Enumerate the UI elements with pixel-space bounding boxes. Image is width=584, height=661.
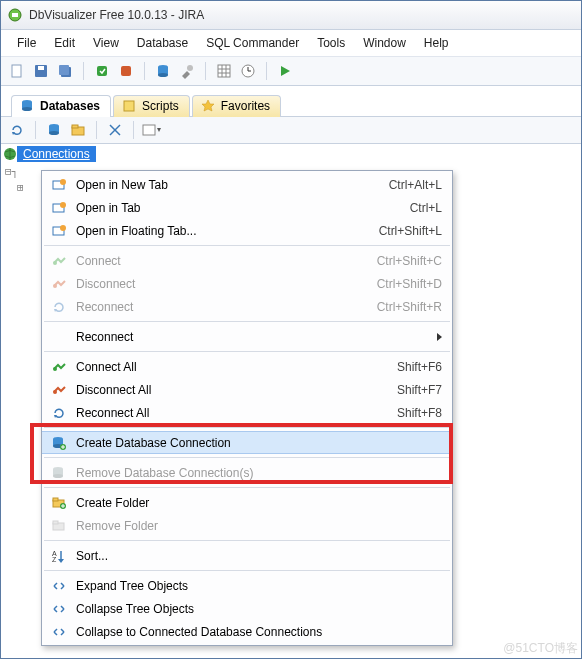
toolbar-clock-icon[interactable] xyxy=(238,61,258,81)
svg-rect-2 xyxy=(12,65,21,77)
menu-item-disconnect-all[interactable]: Disconnect AllShift+F7 xyxy=(42,378,452,401)
toolbar-connect-icon[interactable] xyxy=(92,61,112,81)
tree-toolbar xyxy=(1,117,581,144)
svg-line-79 xyxy=(54,632,57,635)
menu-separator xyxy=(44,245,450,246)
toolbar-new-icon[interactable] xyxy=(7,61,27,81)
menu-help[interactable]: Help xyxy=(416,34,457,52)
menu-item-reconnect-all[interactable]: Reconnect AllShift+F8 xyxy=(42,401,452,424)
svg-rect-13 xyxy=(218,65,230,77)
menu-window[interactable]: Window xyxy=(355,34,414,52)
menu-item-label: Remove Database Connection(s) xyxy=(76,466,442,480)
menu-separator xyxy=(44,487,450,488)
toolbar-separator xyxy=(96,121,97,139)
toolbar-run-icon[interactable] xyxy=(275,61,295,81)
menu-item-shortcut: Shift+F8 xyxy=(397,406,442,420)
menu-item-label: Connect All xyxy=(76,360,397,374)
menu-file[interactable]: File xyxy=(9,34,44,52)
tab-scripts[interactable]: Scripts xyxy=(113,95,190,117)
view-dropdown-icon[interactable] xyxy=(142,120,162,140)
menu-separator xyxy=(44,427,450,428)
svg-line-75 xyxy=(54,609,57,612)
menu-edit[interactable]: Edit xyxy=(46,34,83,52)
toolbar-separator xyxy=(266,62,267,80)
menu-database[interactable]: Database xyxy=(129,34,196,52)
menu-item-create-folder[interactable]: Create Folder xyxy=(42,491,452,514)
svg-point-47 xyxy=(53,367,57,371)
remove-db-icon xyxy=(48,464,70,482)
svg-rect-7 xyxy=(97,66,107,76)
svg-rect-65 xyxy=(53,521,58,524)
tab-label: Favorites xyxy=(221,99,270,113)
menu-item-open-in-new-tab[interactable]: Open in New TabCtrl+Alt+L xyxy=(42,173,452,196)
menu-tools[interactable]: Tools xyxy=(309,34,353,52)
svg-line-76 xyxy=(61,606,64,609)
open-tab-icon xyxy=(48,222,70,240)
disconnect-all-icon xyxy=(48,381,70,399)
menu-item-remove-folder: Remove Folder xyxy=(42,514,452,537)
menu-separator xyxy=(44,321,450,322)
menu-item-collapse-tree-objects[interactable]: Collapse Tree Objects xyxy=(42,597,452,620)
toolbar-separator xyxy=(133,121,134,139)
menu-item-expand-tree-objects[interactable]: Expand Tree Objects xyxy=(42,574,452,597)
tab-favorites[interactable]: Favorites xyxy=(192,95,281,117)
svg-line-73 xyxy=(61,586,64,589)
menu-item-reconnect: ReconnectCtrl+Shift+R xyxy=(42,295,452,318)
reconnect-all-icon xyxy=(48,404,70,422)
tree-root-label: Connections xyxy=(17,146,96,162)
menu-item-label: Sort... xyxy=(76,549,442,563)
tab-databases[interactable]: Databases xyxy=(11,95,111,117)
menu-item-connect-all[interactable]: Connect AllShift+F6 xyxy=(42,355,452,378)
menu-item-label: Create Database Connection xyxy=(76,436,442,450)
tab-label: Databases xyxy=(40,99,100,113)
svg-point-48 xyxy=(53,390,57,394)
menu-item-reconnect[interactable]: Reconnect xyxy=(42,325,452,348)
svg-point-11 xyxy=(158,73,168,77)
disconnect-icon xyxy=(48,275,70,293)
svg-point-39 xyxy=(60,179,66,185)
toolbar-save-icon[interactable] xyxy=(31,61,51,81)
toolbar-tools-icon[interactable] xyxy=(177,61,197,81)
menu-separator xyxy=(44,540,450,541)
menu-item-connect: ConnectCtrl+Shift+C xyxy=(42,249,452,272)
menu-item-sort[interactable]: AZSort... xyxy=(42,544,452,567)
star-icon xyxy=(201,99,215,113)
menu-item-label: Open in New Tab xyxy=(76,178,389,192)
svg-point-12 xyxy=(187,65,193,71)
menu-item-open-in-floating-tab[interactable]: Open in Floating Tab...Ctrl+Shift+L xyxy=(42,219,452,242)
toolbar-separator xyxy=(35,121,36,139)
window-title: DbVisualizer Free 10.0.13 - JIRA xyxy=(29,8,204,22)
svg-line-81 xyxy=(61,632,64,635)
tab-label: Scripts xyxy=(142,99,179,113)
menu-item-label: Connect xyxy=(76,254,377,268)
menu-item-label: Remove Folder xyxy=(76,519,442,533)
tree-root[interactable]: Connections xyxy=(1,144,581,162)
menu-sql-commander[interactable]: SQL Commander xyxy=(198,34,307,52)
app-icon xyxy=(7,7,23,23)
menu-item-shortcut: Ctrl+Shift+R xyxy=(377,300,442,314)
menu-item-open-in-tab[interactable]: Open in TabCtrl+L xyxy=(42,196,452,219)
refresh-icon[interactable] xyxy=(7,120,27,140)
menu-item-disconnect: DisconnectCtrl+Shift+D xyxy=(42,272,452,295)
expand-icon xyxy=(48,577,70,595)
svg-rect-6 xyxy=(59,65,69,75)
context-menu: Open in New TabCtrl+Alt+LOpen in TabCtrl… xyxy=(41,170,453,646)
menu-item-create-database-connection[interactable]: Create Database Connection xyxy=(42,431,452,454)
toolbar-disconnect-icon[interactable] xyxy=(116,61,136,81)
toolbar-saveall-icon[interactable] xyxy=(55,61,75,81)
svg-point-41 xyxy=(60,202,66,208)
chevron-right-icon xyxy=(437,333,442,341)
collapse-icon[interactable] xyxy=(105,120,125,140)
toolbar-db-icon[interactable] xyxy=(153,61,173,81)
menu-view[interactable]: View xyxy=(85,34,127,52)
svg-line-78 xyxy=(54,629,57,632)
folder-icon[interactable] xyxy=(68,120,88,140)
menu-item-shortcut: Ctrl+L xyxy=(410,201,442,215)
collapse-db-icon xyxy=(48,623,70,641)
toolbar-grid-icon[interactable] xyxy=(214,61,234,81)
menu-item-collapse-to-connected-database-connections[interactable]: Collapse to Connected Database Connectio… xyxy=(42,620,452,643)
menu-item-shortcut: Ctrl+Alt+L xyxy=(389,178,442,192)
menu-separator xyxy=(44,570,450,571)
svg-point-45 xyxy=(53,284,57,288)
db-icon[interactable] xyxy=(44,120,64,140)
